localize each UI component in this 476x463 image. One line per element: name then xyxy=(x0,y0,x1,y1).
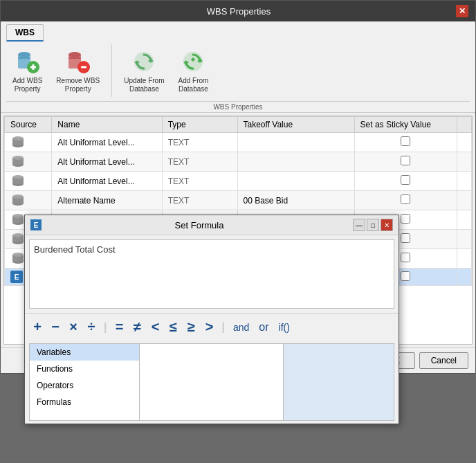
formula-middle-pane[interactable] xyxy=(140,343,284,421)
cell-type: TEXT xyxy=(162,191,237,210)
formula-operators-row: + − × ÷ | = ≠ < ≤ ≥ > | and or if() xyxy=(25,313,399,341)
remove-wbs-button[interactable]: Remove WBS Property xyxy=(50,44,106,97)
update-db-label: Update From Database xyxy=(124,77,164,93)
svg-rect-20 xyxy=(192,58,194,62)
formula-list-item-operators[interactable]: Operators xyxy=(30,377,139,394)
op-multiply[interactable]: × xyxy=(66,318,80,336)
op-minus[interactable]: − xyxy=(48,318,62,336)
add-wbs-icon xyxy=(14,48,42,75)
op-plus[interactable]: + xyxy=(30,318,44,336)
op-less[interactable]: < xyxy=(148,318,162,336)
cell-extra xyxy=(457,152,471,172)
add-from-db-button[interactable]: Add From Database xyxy=(172,44,215,97)
update-from-db-button[interactable]: Update From Database xyxy=(118,44,170,97)
col-source: Source xyxy=(5,117,52,133)
add-wbs-label: Add WBS Property xyxy=(12,77,42,93)
db-source-icon xyxy=(10,154,26,167)
cell-type: TEXT xyxy=(162,172,237,191)
formula-minimize-button[interactable]: — xyxy=(353,219,365,231)
cell-extra xyxy=(457,249,471,269)
sticky-checkbox[interactable] xyxy=(401,156,410,165)
op-or[interactable]: or xyxy=(256,320,271,335)
cell-name: Alt Uniformat Level... xyxy=(52,172,162,191)
cell-name: Alt Uniformat Level... xyxy=(52,133,162,152)
db-source-icon xyxy=(10,251,26,264)
sticky-checkbox[interactable] xyxy=(401,194,410,204)
formula-editor[interactable]: Burdened Total Cost xyxy=(29,239,394,309)
cancel-button[interactable]: Cancel xyxy=(419,352,468,369)
formula-window-controls: — □ ✕ xyxy=(353,219,393,231)
formula-list-item-functions[interactable]: Functions xyxy=(30,361,139,377)
db-source-icon xyxy=(10,212,26,225)
db-source-icon xyxy=(10,174,26,186)
op-greater[interactable]: > xyxy=(202,318,216,336)
dialog-title: WBS Properties xyxy=(21,6,456,17)
table-row[interactable]: Alt Uniformat Level...TEXT xyxy=(5,133,472,152)
cell-source xyxy=(5,172,52,191)
cell-takeoff: 00 Base Bid xyxy=(237,191,354,210)
cell-sticky xyxy=(354,133,457,152)
op-divide[interactable]: ÷ xyxy=(84,318,98,336)
table-row[interactable]: Alt Uniformat Level...TEXT xyxy=(5,152,472,172)
ribbon-group-label: WBS Properties xyxy=(6,101,470,112)
svg-rect-28 xyxy=(12,158,24,165)
table-row[interactable]: Alternate NameTEXT00 Base Bid xyxy=(5,191,472,210)
tab-wbs[interactable]: WBS xyxy=(6,24,44,42)
cell-extra xyxy=(457,269,471,286)
op-lesseq[interactable]: ≤ xyxy=(166,318,180,336)
cell-source xyxy=(5,152,52,172)
cell-extra xyxy=(457,191,471,210)
formula-title-icon: E xyxy=(30,219,42,230)
ribbon: WBS Add WBS xyxy=(1,21,475,113)
formula-right-pane xyxy=(284,343,394,421)
svg-rect-36 xyxy=(12,197,24,203)
sticky-checkbox[interactable] xyxy=(401,136,410,146)
op-notequals[interactable]: ≠ xyxy=(130,318,144,336)
svg-rect-24 xyxy=(12,138,24,145)
sticky-checkbox[interactable] xyxy=(401,271,410,281)
op-and[interactable]: and xyxy=(230,320,252,334)
cell-sticky xyxy=(354,152,457,172)
svg-rect-3 xyxy=(18,59,30,63)
op-equals[interactable]: = xyxy=(112,318,126,336)
formula-bottom-panes: Variables Functions Operators Formulas xyxy=(25,341,399,424)
col-extra xyxy=(457,117,471,133)
formula-title-bar: E Set Formula — □ ✕ xyxy=(25,215,399,235)
svg-rect-48 xyxy=(12,255,24,262)
sticky-checkbox[interactable] xyxy=(401,214,410,224)
svg-rect-12 xyxy=(81,66,86,69)
cell-takeoff xyxy=(237,152,354,172)
sticky-checkbox[interactable] xyxy=(401,253,410,262)
cell-type: TEXT xyxy=(162,133,237,152)
op-sep1: | xyxy=(104,321,107,334)
table-row[interactable]: Alt Uniformat Level...TEXT xyxy=(5,172,472,191)
op-sep2: | xyxy=(221,321,224,334)
sticky-checkbox[interactable] xyxy=(401,175,410,185)
close-button[interactable]: ✕ xyxy=(456,5,468,17)
op-greatereq[interactable]: ≥ xyxy=(184,318,198,336)
title-bar: WBS Properties ✕ xyxy=(1,1,475,21)
svg-rect-44 xyxy=(12,235,24,242)
col-type: Type xyxy=(162,117,237,133)
formula-dialog-title: Set Formula xyxy=(46,220,353,230)
sticky-checkbox[interactable] xyxy=(401,233,410,243)
add-wbs-button[interactable]: Add WBS Property xyxy=(6,44,48,97)
formula-list-item-variables[interactable]: Variables xyxy=(30,344,139,361)
formula-editor-text: Burdened Total Cost xyxy=(34,244,116,255)
cell-extra xyxy=(457,133,471,152)
cell-takeoff xyxy=(237,172,354,191)
db-source-icon xyxy=(10,232,26,244)
db-source-icon xyxy=(10,193,26,206)
cell-extra xyxy=(457,230,471,249)
cell-takeoff xyxy=(237,133,354,152)
add-db-icon xyxy=(179,48,207,75)
cell-extra xyxy=(457,210,471,230)
formula-maximize-button[interactable]: □ xyxy=(367,219,379,231)
ribbon-tabs: WBS xyxy=(6,24,470,42)
svg-rect-10 xyxy=(68,59,81,63)
cell-type: TEXT xyxy=(162,152,237,172)
op-if[interactable]: if() xyxy=(276,320,293,334)
formula-close-button[interactable]: ✕ xyxy=(381,219,393,231)
formula-list-item-formulas[interactable]: Formulas xyxy=(30,394,139,410)
svg-rect-6 xyxy=(32,64,34,70)
